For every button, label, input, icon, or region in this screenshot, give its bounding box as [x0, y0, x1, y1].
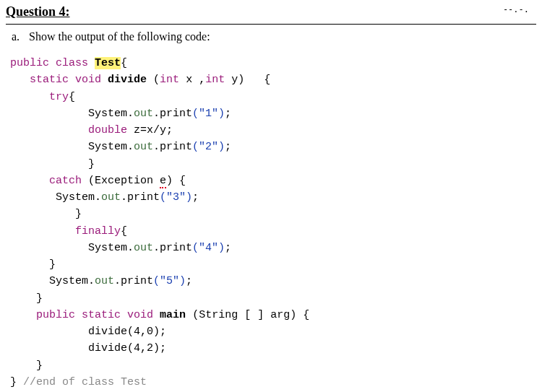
semi: ; [186, 275, 192, 287]
kw-finally: finally [75, 225, 121, 238]
str-2: ("2") [192, 141, 225, 153]
close-paren: ) [238, 74, 264, 86]
str-5: ("5") [153, 275, 186, 287]
kw-int: int [160, 74, 179, 86]
out: out [134, 242, 153, 254]
brace: } [49, 258, 56, 271]
str-3: ("3") [160, 191, 192, 204]
exc-close: ) { [166, 175, 186, 187]
end-comment: //end of class Test [23, 376, 147, 388]
e-var: e [160, 175, 166, 188]
semi: ; [225, 141, 231, 153]
print: .print [114, 275, 153, 287]
str-1: ("1") [192, 108, 225, 120]
out: out [134, 141, 153, 153]
question-heading: Question 4: [6, 4, 536, 19]
print: .print [121, 191, 160, 204]
page: --.-. Question 4: a. Show the output of … [0, 0, 542, 392]
sub-text: Show the output of the following code: [29, 30, 210, 43]
sub-item-a: a. Show the output of the following code… [12, 30, 532, 43]
call-2: divide(4,2); [88, 342, 166, 354]
sub-letter: a. [12, 30, 26, 43]
brace: { [69, 91, 75, 103]
kw-static: static [82, 309, 121, 321]
brace: } [10, 376, 17, 388]
kw-void: void [75, 74, 101, 86]
system: System. [49, 275, 95, 287]
stray-mark: --.-. [503, 4, 529, 14]
brace: { [121, 225, 127, 238]
system: System. [56, 191, 101, 204]
main-name: main [160, 309, 186, 321]
z-decl: z=x/y; [127, 124, 173, 136]
kw-class: class [56, 57, 88, 69]
kw-void: void [127, 309, 153, 321]
brace: } [36, 292, 43, 305]
call-1: divide(4,0); [88, 326, 166, 338]
system: System. [88, 141, 134, 153]
method-name: divide [108, 74, 147, 86]
print: .print [153, 242, 192, 254]
kw-catch: catch [49, 175, 82, 187]
kw-public: public [10, 57, 49, 69]
exc-open: (Exception [88, 175, 160, 187]
out: out [95, 275, 114, 287]
semi: ; [225, 242, 231, 254]
comma: , [192, 74, 205, 86]
paren: ( [147, 74, 160, 86]
out: out [134, 108, 153, 120]
str-4: ("4") [192, 242, 225, 254]
brace: { [121, 57, 127, 69]
code-block: public class Test{ static void divide (i… [10, 55, 532, 391]
param-x: x [186, 74, 192, 86]
kw-int: int [205, 74, 225, 86]
kw-static: static [30, 74, 69, 86]
brace: { [264, 74, 270, 86]
brace: } [88, 158, 95, 170]
semi: ; [192, 191, 199, 204]
class-name: Test [95, 57, 121, 69]
system: System. [88, 108, 134, 120]
kw-double: double [88, 124, 127, 136]
out: out [101, 191, 121, 204]
kw-try: try [49, 91, 69, 103]
kw-public: public [36, 309, 75, 321]
brace: } [75, 208, 82, 220]
system: System. [88, 242, 134, 254]
brace: } [36, 360, 43, 372]
param-y: y [231, 74, 238, 86]
print: .print [153, 108, 192, 120]
main-args: (String [ ] arg) { [186, 309, 309, 321]
semi: ; [225, 108, 231, 120]
question-frame: a. Show the output of the following code… [6, 24, 536, 392]
print: .print [153, 141, 192, 153]
